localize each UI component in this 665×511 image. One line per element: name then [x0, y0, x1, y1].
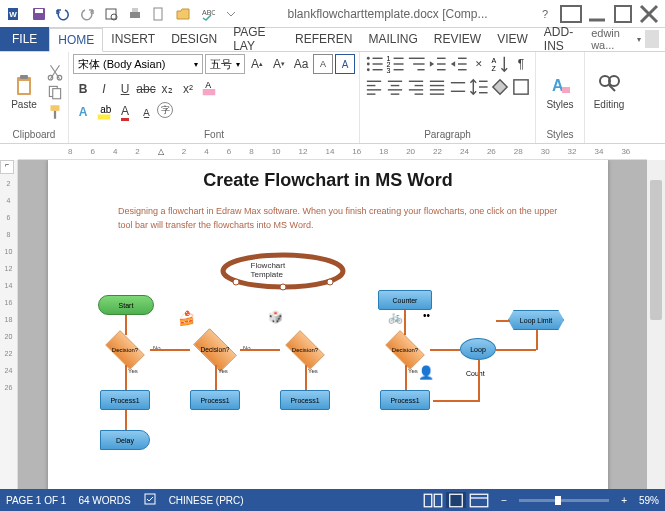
font-size-select[interactable]: 五号▾ [205, 54, 245, 74]
svg-rect-6 [130, 12, 140, 18]
tab-home[interactable]: HOME [49, 28, 103, 52]
svg-rect-10 [561, 6, 581, 22]
language-status[interactable]: CHINESE (PRC) [169, 495, 244, 506]
highlight-icon[interactable]: ab [94, 102, 114, 122]
ltr-icon[interactable]: ✕ [469, 54, 489, 74]
borders-icon[interactable] [511, 77, 531, 97]
zoom-out-button[interactable]: − [501, 495, 507, 506]
underline-button[interactable]: U [115, 79, 135, 99]
decrease-indent-icon[interactable] [427, 54, 447, 74]
tab-references[interactable]: REFEREN [287, 27, 360, 51]
svg-point-16 [48, 75, 53, 80]
strikethrough-button[interactable]: abc [136, 79, 156, 99]
char-shading-icon[interactable]: A̲ [136, 102, 156, 122]
change-case-icon[interactable]: Aa [291, 54, 311, 74]
numbering-icon[interactable]: 123 [385, 54, 405, 74]
print-layout-icon[interactable] [446, 492, 466, 508]
svg-rect-81 [425, 494, 433, 507]
distributed-icon[interactable] [448, 77, 468, 97]
vertical-ruler[interactable]: ⌐ 2468101214161820222426 [0, 160, 18, 489]
editing-button[interactable]: Editing [589, 73, 629, 110]
svg-text:ABC: ABC [202, 9, 215, 16]
font-name-select[interactable]: 宋体 (Body Asian)▾ [73, 54, 203, 74]
grow-font-icon[interactable]: A▴ [247, 54, 267, 74]
tab-page-layout[interactable]: PAGE LAY [225, 27, 287, 51]
minimize-icon[interactable] [585, 4, 609, 24]
maximize-icon[interactable] [611, 4, 635, 24]
spelling-icon[interactable]: ABC [196, 3, 218, 25]
svg-text:Z: Z [491, 65, 496, 73]
vertical-scrollbar[interactable] [647, 160, 665, 489]
subscript-button[interactable]: x₂ [157, 79, 177, 99]
shading-icon[interactable] [490, 77, 510, 97]
web-layout-icon[interactable] [469, 492, 489, 508]
align-left-icon[interactable] [364, 77, 384, 97]
tab-mailings[interactable]: MAILING [360, 27, 425, 51]
shrink-font-icon[interactable]: A▾ [269, 54, 289, 74]
qat-customize-icon[interactable] [220, 3, 242, 25]
shape-loop: Loop [460, 338, 496, 360]
align-center-icon[interactable] [385, 77, 405, 97]
clear-formatting-icon[interactable]: A [199, 79, 219, 99]
undo-icon[interactable] [52, 3, 74, 25]
tab-addins[interactable]: ADD-INS [536, 27, 591, 51]
tab-file[interactable]: FILE [0, 27, 49, 51]
tab-insert[interactable]: INSERT [103, 27, 163, 51]
tab-design[interactable]: DESIGN [163, 27, 225, 51]
group-clipboard: Paste Clipboard [0, 52, 69, 143]
print-preview-icon[interactable] [100, 3, 122, 25]
svg-rect-7 [132, 8, 138, 12]
user-account[interactable]: edwin wa... ▾ [591, 27, 665, 51]
help-icon[interactable]: ? [533, 4, 557, 24]
show-marks-icon[interactable]: ¶ [511, 54, 531, 74]
proofing-icon[interactable] [143, 492, 157, 508]
align-right-icon[interactable] [406, 77, 426, 97]
enclose-char-icon[interactable]: 字 [157, 102, 173, 118]
word-icon[interactable]: W [4, 3, 26, 25]
char-border-icon[interactable]: A [335, 54, 355, 74]
shape-decision-2: Decision? [188, 334, 243, 367]
phonetic-guide-icon[interactable]: A [313, 54, 333, 74]
bullets-icon[interactable] [364, 54, 384, 74]
tab-view[interactable]: VIEW [489, 27, 536, 51]
open-icon[interactable] [172, 3, 194, 25]
ribbon-display-icon[interactable] [559, 4, 583, 24]
svg-text:A: A [205, 80, 211, 90]
bold-button[interactable]: B [73, 79, 93, 99]
cut-icon[interactable] [46, 63, 64, 81]
tab-review[interactable]: REVIEW [426, 27, 489, 51]
svg-point-28 [367, 63, 370, 66]
quick-print-icon[interactable] [124, 3, 146, 25]
group-font: 宋体 (Body Asian)▾ 五号▾ A▴ A▾ Aa A A B I U … [69, 52, 360, 143]
styles-button[interactable]: A Styles [540, 73, 580, 110]
paste-button[interactable]: Paste [4, 73, 44, 110]
format-painter-icon[interactable] [46, 103, 64, 121]
horizontal-ruler[interactable]: 8642△24681012141618202224262830323436384… [18, 144, 647, 160]
svg-text:3: 3 [386, 67, 390, 74]
word-count[interactable]: 64 WORDS [78, 495, 130, 506]
font-color-icon[interactable]: A [115, 102, 135, 122]
redo-icon[interactable] [76, 3, 98, 25]
multilevel-list-icon[interactable] [406, 54, 426, 74]
document-canvas[interactable]: Create Flowchart in MS Word Designing a … [18, 160, 647, 489]
shape-process-4: Process1 [380, 390, 430, 410]
svg-rect-8 [154, 8, 162, 20]
save-icon[interactable] [28, 3, 50, 25]
line-spacing-icon[interactable] [469, 77, 489, 97]
shape-decision-3: Decision? [280, 335, 330, 365]
sort-icon[interactable]: AZ [490, 54, 510, 74]
copy-icon[interactable] [46, 83, 64, 101]
svg-rect-80 [145, 494, 155, 504]
italic-button[interactable]: I [94, 79, 114, 99]
page-count[interactable]: PAGE 1 OF 1 [6, 495, 66, 506]
superscript-button[interactable]: x² [178, 79, 198, 99]
close-icon[interactable] [637, 4, 661, 24]
zoom-value[interactable]: 59% [639, 495, 659, 506]
increase-indent-icon[interactable] [448, 54, 468, 74]
zoom-in-button[interactable]: + [621, 495, 627, 506]
zoom-slider[interactable] [519, 499, 609, 502]
read-mode-icon[interactable] [423, 492, 443, 508]
justify-icon[interactable] [427, 77, 447, 97]
text-effects-icon[interactable]: A [73, 102, 93, 122]
new-file-icon[interactable] [148, 3, 170, 25]
